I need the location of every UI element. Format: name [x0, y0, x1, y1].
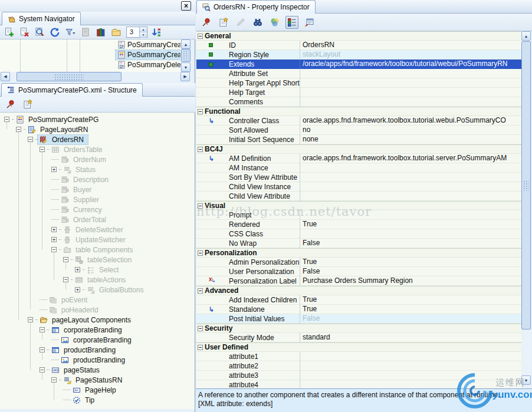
property-group-row[interactable]: −Security [196, 324, 521, 333]
structure-tree-item[interactable]: corporateBranding [0, 335, 195, 345]
property-row[interactable]: Sort Allowedno [196, 126, 521, 135]
property-row[interactable]: Post Initial ValuesFalse [196, 314, 521, 324]
property-row[interactable]: Help Target [196, 88, 521, 97]
expand-toggle[interactable]: − [40, 327, 45, 332]
property-row[interactable]: No WrapFalse [196, 239, 521, 248]
scroll-down-icon[interactable]: ▼ [521, 375, 531, 385]
pin-icon[interactable] [4, 98, 17, 111]
property-group-row[interactable]: −General [196, 31, 521, 41]
property-row[interactable]: CSS Class [196, 229, 521, 239]
expand-toggle[interactable]: − [40, 147, 45, 152]
property-row[interactable]: ↳AM Definitionoracle.apps.fnd.framework.… [196, 154, 521, 163]
pin-icon[interactable] [200, 16, 213, 29]
property-row[interactable]: Add Indexed ChildrenTrue [196, 295, 521, 305]
group-collapse-toggle[interactable]: − [198, 34, 203, 39]
expand-toggle[interactable]: − [28, 317, 33, 322]
structure-tree-item[interactable]: −productBranding [0, 345, 195, 355]
property-value[interactable]: oracle.apps.fnd.framework.toolbox.tutori… [300, 154, 521, 163]
group-collapse-toggle[interactable]: − [198, 326, 203, 331]
group-collapse-toggle[interactable]: − [198, 203, 203, 209]
property-value[interactable] [300, 352, 521, 361]
delete-item-icon[interactable] [18, 26, 31, 39]
scroll-left-icon[interactable]: ◀ [1, 72, 10, 81]
property-value[interactable] [300, 380, 521, 388]
structure-tree-item[interactable]: +GlobalButtons [0, 285, 195, 295]
expand-toggle[interactable]: + [75, 267, 80, 272]
property-row[interactable]: Admin PersonalizationTrue [196, 258, 521, 267]
property-value[interactable]: Purchase Orders Summary Region [300, 276, 521, 286]
property-row[interactable]: Region StylestackLayout [196, 50, 521, 60]
expand-toggle[interactable]: − [28, 137, 33, 142]
property-group-row[interactable]: −BC4J [196, 144, 521, 154]
group-collapse-toggle[interactable]: − [198, 345, 203, 350]
scrollbar-thumb[interactable] [521, 41, 531, 329]
group-collapse-toggle[interactable]: − [198, 109, 203, 114]
property-row[interactable]: RenderedTrue [196, 220, 521, 229]
scroll-up-icon[interactable]: ▲ [181, 39, 191, 49]
property-row[interactable]: Attribute Set [196, 69, 521, 78]
tab-property-inspector[interactable]: xyz OrdersRN - Property Inspector [196, 0, 316, 14]
property-value[interactable] [300, 210, 521, 220]
structure-tree-item[interactable]: Description [0, 174, 195, 184]
property-value[interactable]: True [300, 258, 521, 267]
property-value[interactable]: True [300, 305, 521, 314]
property-value[interactable] [300, 163, 521, 173]
property-row[interactable]: IDOrdersRN [196, 41, 521, 50]
row-count-spinner[interactable]: 3▲▼ [126, 27, 147, 38]
structure-tree-item[interactable]: productBranding [0, 355, 195, 365]
navigator-horizontal-scrollbar[interactable]: ◀ ▶ [0, 72, 191, 82]
expand-toggle[interactable]: − [40, 347, 45, 352]
new-view-icon[interactable] [217, 16, 230, 29]
property-value[interactable] [300, 78, 521, 88]
property-row[interactable]: attribute2 [196, 361, 521, 371]
group-collapse-toggle[interactable]: − [198, 147, 203, 152]
structure-tree-item[interactable]: A=PageHelp [0, 385, 195, 395]
structure-tree-item[interactable]: −tableActions [0, 275, 195, 285]
property-row[interactable]: Initial Sort Sequencenone [196, 135, 521, 144]
structure-tree-item[interactable]: poHeaderId [0, 305, 195, 315]
structure-tree-item[interactable]: −OrdersRN [0, 134, 195, 144]
property-group-row[interactable]: −Personalization [196, 248, 521, 258]
property-value[interactable] [300, 182, 521, 192]
expand-toggle[interactable]: + [51, 227, 57, 232]
tab-structure[interactable]: PoSummaryCreatePG.xml - Structure [1, 83, 143, 97]
property-value[interactable]: True [300, 220, 521, 229]
structure-tree-item[interactable]: OrderNum [0, 154, 195, 164]
expand-toggle[interactable]: − [40, 367, 45, 373]
property-row[interactable]: Extends/oracle/apps/fnd/framework/toolbo… [196, 60, 521, 69]
union-view-icon[interactable] [268, 16, 281, 29]
structure-tree-item[interactable]: Buyer [0, 184, 195, 195]
expand-toggle[interactable]: − [51, 247, 57, 252]
property-row[interactable]: ↳Controller Classoracle.apps.fnd.framewo… [196, 116, 521, 126]
structure-tree-item[interactable]: −pageLayout Components [0, 315, 195, 325]
property-row[interactable]: Child View Attribute [196, 192, 521, 201]
structure-tree-item[interactable]: +Status [0, 164, 195, 174]
structure-tree-item[interactable]: −pageStatus [0, 365, 195, 375]
property-value[interactable]: True [300, 295, 521, 305]
property-value[interactable] [300, 192, 521, 201]
expand-toggle[interactable]: + [75, 287, 80, 292]
structure-tree-item[interactable]: −PoSummaryCreatePG [0, 114, 195, 124]
structure-tree-item[interactable]: −PageStatusRN [0, 375, 195, 385]
library-icon[interactable] [94, 26, 107, 39]
property-value[interactable]: standard [300, 333, 521, 342]
scroll-right-icon[interactable]: ▶ [180, 72, 190, 81]
find-icon[interactable] [33, 26, 46, 39]
refresh-icon[interactable] [48, 26, 61, 39]
property-row[interactable]: Help Target Appl Short N... [196, 78, 521, 88]
property-value[interactable] [300, 361, 521, 371]
navigator-item[interactable]: PoSummaryCreatePG.xml [0, 50, 180, 60]
goto-source-icon[interactable] [303, 16, 316, 29]
property-row[interactable]: Sort By View Attribute [196, 173, 521, 182]
navigator-item[interactable]: 23PoSummaryCreateMainCO [0, 39, 180, 50]
property-value[interactable]: OrdersRN [300, 41, 521, 50]
expand-toggle[interactable]: − [51, 377, 57, 383]
property-row[interactable]: Child View Instance [196, 182, 521, 192]
property-row[interactable]: attribute1 [196, 352, 521, 361]
categories-view-icon[interactable] [285, 16, 298, 29]
expand-toggle[interactable]: − [63, 277, 68, 282]
structure-tree-item[interactable]: −table Components [0, 245, 195, 255]
property-value[interactable]: /oracle/apps/fnd/framework/toolbox/tutor… [300, 60, 521, 69]
scroll-down-icon[interactable]: ▼ [181, 62, 191, 72]
property-row[interactable]: Security Modestandard [196, 333, 521, 342]
